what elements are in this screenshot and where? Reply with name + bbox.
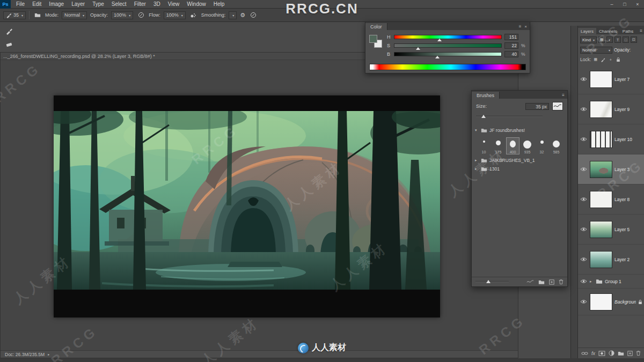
- layer-row[interactable]: Layer 2: [578, 245, 644, 275]
- tab-brushes[interactable]: Brushes: [472, 92, 500, 99]
- lock-all-icon[interactable]: [615, 57, 621, 63]
- menu-view[interactable]: View: [164, 0, 184, 9]
- panel-menu-icon[interactable]: ≡: [638, 28, 644, 34]
- delete-layer-trash-icon[interactable]: [636, 350, 641, 356]
- menu-layer[interactable]: Layer: [68, 0, 89, 9]
- brush-preset[interactable]: 935: [521, 137, 534, 154]
- brush-tool-button[interactable]: [3, 26, 15, 36]
- layer-thumbnail[interactable]: [590, 161, 612, 178]
- filter-kind-dropdown[interactable]: Kind ▾: [580, 36, 597, 43]
- filter-smart-object-icon[interactable]: ⊡: [631, 36, 637, 43]
- layer-thumbnail[interactable]: [590, 71, 612, 88]
- visibility-eye-icon[interactable]: [580, 77, 588, 82]
- visibility-eye-icon[interactable]: [580, 279, 588, 284]
- panel-menu-icon[interactable]: ≡: [562, 93, 565, 98]
- link-layers-icon[interactable]: [581, 351, 588, 356]
- maximize-button[interactable]: □: [618, 0, 631, 9]
- layer-name[interactable]: Group 1: [605, 279, 621, 284]
- canvas[interactable]: [54, 95, 440, 317]
- close-icon[interactable]: ×: [524, 24, 527, 29]
- layer-thumbnail[interactable]: [590, 101, 612, 118]
- new-brush-icon[interactable]: [549, 279, 554, 285]
- add-mask-icon[interactable]: [598, 351, 605, 356]
- brush-preset[interactable]: 585: [550, 137, 563, 154]
- hue-slider[interactable]: [394, 35, 502, 39]
- visibility-eye-icon[interactable]: [580, 299, 588, 304]
- brush-size-field[interactable]: 35 px: [525, 103, 549, 110]
- layer-name[interactable]: Layer 3: [614, 167, 630, 172]
- layer-name[interactable]: Layer 5: [614, 227, 630, 232]
- brush-preset[interactable]: 32: [535, 137, 548, 154]
- delete-brush-trash-icon[interactable]: [559, 279, 564, 285]
- chevron-right-icon[interactable]: ▸: [475, 167, 479, 171]
- pressure-size-button[interactable]: [248, 11, 258, 20]
- smoothing-options-gear-button[interactable]: ⚙: [240, 12, 245, 19]
- filter-pixel-icon[interactable]: ▦: [598, 36, 605, 43]
- lock-pixels-icon[interactable]: [600, 57, 606, 63]
- layer-name[interactable]: Layer 9: [614, 107, 630, 112]
- filter-shape-icon[interactable]: □: [623, 36, 629, 43]
- panel-menu-icon[interactable]: ≡: [519, 24, 522, 29]
- tab-color[interactable]: Color: [365, 23, 387, 30]
- tab-paths[interactable]: Paths: [620, 28, 636, 34]
- blend-mode-select[interactable]: Normal ▾: [62, 11, 87, 19]
- slider-thumb-icon[interactable]: [481, 115, 486, 118]
- saturation-slider[interactable]: [394, 43, 502, 48]
- chevron-right-icon[interactable]: ▸: [590, 279, 594, 284]
- lock-position-icon[interactable]: +: [608, 57, 613, 63]
- menu-select[interactable]: Select: [108, 0, 130, 9]
- menu-window[interactable]: Window: [183, 0, 210, 9]
- brightness-value-field[interactable]: 40: [504, 51, 518, 57]
- layer-thumbnail[interactable]: [590, 251, 612, 268]
- visibility-eye-icon[interactable]: [580, 257, 588, 262]
- filter-type-icon[interactable]: T: [614, 36, 621, 43]
- brush-preset-picker[interactable]: 35 ▾: [3, 11, 26, 19]
- new-layer-icon[interactable]: [627, 351, 633, 356]
- menu-help[interactable]: Help: [210, 0, 229, 9]
- menu-filter[interactable]: Filter: [130, 0, 150, 9]
- layer-name[interactable]: Layer 7: [614, 77, 630, 82]
- brush-preset[interactable]: 175: [492, 137, 505, 154]
- hue-value-field[interactable]: 151: [504, 34, 518, 40]
- panel-dock-divider[interactable]: [570, 26, 578, 358]
- layer-name[interactable]: Layer 2: [614, 257, 630, 262]
- layer-row[interactable]: Layer 7: [578, 64, 644, 94]
- chevron-right-icon[interactable]: ▸: [475, 158, 479, 162]
- layer-group-row[interactable]: ▸ Group 1: [578, 275, 644, 289]
- brush-group-jaikbrushes[interactable]: ▸ JAIKBRUSHES_VB_1: [475, 157, 564, 164]
- visibility-eye-icon[interactable]: [580, 167, 588, 172]
- stroke-toggle-icon[interactable]: [526, 279, 534, 284]
- status-dropdown-icon[interactable]: ▸: [48, 352, 49, 356]
- menu-edit[interactable]: Edit: [28, 0, 45, 9]
- visibility-eye-icon[interactable]: [580, 107, 588, 112]
- lock-transparency-icon[interactable]: ▦: [592, 57, 598, 63]
- menu-3d[interactable]: 3D: [150, 0, 164, 9]
- slider-thumb-icon[interactable]: [486, 280, 491, 283]
- footer-slider[interactable]: [475, 279, 509, 284]
- menu-image[interactable]: Image: [45, 0, 68, 9]
- layer-row-selected[interactable]: Layer 3: [578, 154, 644, 184]
- tab-channels[interactable]: Channels: [596, 28, 620, 34]
- slider-thumb-icon[interactable]: [435, 56, 440, 58]
- visibility-eye-icon[interactable]: [580, 227, 588, 232]
- smoothing-select[interactable]: ▾: [229, 11, 237, 19]
- new-group-icon[interactable]: [618, 351, 624, 356]
- eraser-tool-button[interactable]: [3, 39, 15, 50]
- brush-preset-selected[interactable]: 400: [506, 137, 519, 154]
- brush-group-1301[interactable]: ▸ 1301: [475, 165, 564, 173]
- layer-name[interactable]: Background: [614, 299, 636, 305]
- brush-group-roundbrushes[interactable]: ▾ JF roundbrushes!: [475, 127, 564, 134]
- adjustment-layer-icon[interactable]: [609, 350, 614, 356]
- close-button[interactable]: ×: [631, 0, 644, 9]
- layer-row[interactable]: Layer 8: [578, 184, 644, 215]
- brush-size-slider[interactable]: [476, 114, 543, 119]
- new-group-folder-icon[interactable]: [538, 279, 545, 285]
- visibility-eye-icon[interactable]: [580, 197, 588, 202]
- chevron-expanded-icon[interactable]: ▾: [475, 128, 479, 132]
- saturation-value-field[interactable]: 22: [504, 42, 518, 49]
- layer-blend-mode-select[interactable]: Normal ▾: [580, 47, 612, 54]
- toggle-brush-settings-button[interactable]: [33, 11, 42, 20]
- pressure-opacity-button[interactable]: [136, 11, 145, 20]
- layer-thumbnail[interactable]: [590, 191, 612, 208]
- color-spectrum-ramp[interactable]: [369, 64, 526, 70]
